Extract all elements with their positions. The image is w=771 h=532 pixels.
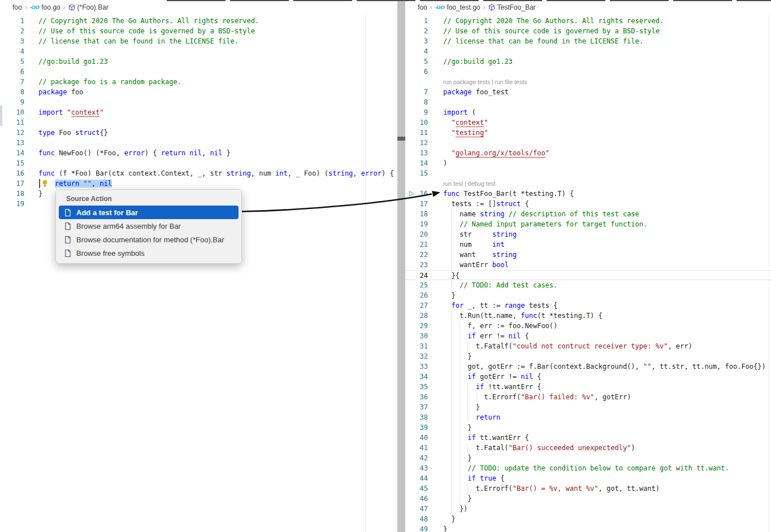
code-line: 7// package foo is a random package. <box>0 77 397 87</box>
file-icon <box>64 236 71 244</box>
line-number: 21 <box>405 239 428 250</box>
code-text[interactable]: "testing" <box>443 128 488 138</box>
code-text[interactable]: t.Run(tt.name, func(t *testing.T) { <box>443 311 603 321</box>
code-text[interactable]: } <box>443 494 472 504</box>
breadcrumb-item-symbol[interactable]: TestFoo_Bar <box>488 3 536 11</box>
code-text[interactable]: // license that can be found in the LICE… <box>443 36 643 46</box>
right-editor-code: 1// Copyright 2020 The Go Authors. All r… <box>405 14 771 532</box>
run-test-icon[interactable] <box>408 190 415 198</box>
code-token: error <box>361 169 382 177</box>
code-token: nil <box>99 180 112 187</box>
breadcrumb-item-symbol[interactable]: (*Foo).Bar <box>68 3 109 11</box>
code-token <box>504 210 508 218</box>
code-token: string <box>328 169 353 177</box>
code-text[interactable]: func TestFoo_Bar(t *testing.T) { <box>443 189 574 199</box>
code-text[interactable]: } <box>443 402 480 412</box>
editor-split-sash[interactable] <box>397 0 405 532</box>
codelens-link[interactable]: run test <box>443 180 463 187</box>
breadcrumb-item-file[interactable]: -GO foo.go <box>30 3 60 11</box>
codelens-link[interactable]: run package tests <box>443 79 490 85</box>
code-text[interactable]: str string <box>443 229 517 239</box>
code-line: 41 t.Fatal("Bar() succeeded unexpectedly… <box>405 443 771 453</box>
line-number: 18 <box>405 209 428 219</box>
line-number: 29 <box>405 321 428 331</box>
code-text[interactable]: type Foo struct{} <box>38 128 108 138</box>
breadcrumb-item-file[interactable]: -GO foo_test.go <box>435 3 480 11</box>
code-text[interactable]: //go:build go1.23 <box>38 56 108 67</box>
code-text[interactable]: // Use of this source code is governed b… <box>38 26 255 36</box>
code-text[interactable]: } <box>443 524 447 532</box>
code-token: } <box>443 403 480 411</box>
line-number: 19 <box>0 199 24 209</box>
code-text[interactable]: // Copyright 2020 The Go Authors. All ri… <box>443 16 664 26</box>
breadcrumb-item-folder[interactable]: foo <box>12 3 22 11</box>
line-number: 26 <box>405 290 428 300</box>
chevron-right-icon: › <box>63 3 66 11</box>
code-text[interactable]: t.Fatalf("could not contruct receiver ty… <box>443 341 692 351</box>
code-text[interactable]: } <box>443 290 456 300</box>
code-text[interactable]: // Use of this source code is governed b… <box>443 26 660 36</box>
code-text[interactable]: package foo <box>38 87 83 97</box>
line-number: 17 <box>0 178 24 189</box>
code-text[interactable]: f, err := foo.NewFoo() <box>443 321 557 331</box>
code-text[interactable]: // license that can be found in the LICE… <box>38 36 239 46</box>
code-text[interactable]: ) <box>443 158 447 168</box>
code-text[interactable]: // Named input parameters for target fun… <box>443 219 647 229</box>
code-text[interactable]: name string // description of this test … <box>443 209 639 219</box>
code-text[interactable]: t.Errorf("Bar() = %v, want %v", got, tt.… <box>443 483 660 494</box>
code-text[interactable]: // TODO: Add test cases. <box>443 280 557 290</box>
code-text[interactable]: if gotErr != nil { <box>443 372 541 382</box>
code-text[interactable]: import "context" <box>38 107 104 117</box>
code-text[interactable]: "context" <box>443 117 488 128</box>
code-text[interactable]: tests := []struct { <box>443 199 529 209</box>
code-text[interactable]: if err != nil { <box>443 331 529 341</box>
menu-item-browse-free-symbols[interactable]: Browse free symbols <box>59 246 239 260</box>
line-number: 44 <box>405 473 428 483</box>
code-token: } <box>443 515 456 523</box>
code-text[interactable]: package foo_test <box>443 87 509 97</box>
codelens-link[interactable]: debug test <box>468 180 496 187</box>
code-token: context <box>456 119 484 127</box>
code-text[interactable]: // Copyright 2020 The Go Authors. All ri… <box>38 16 259 26</box>
code-text[interactable]: if true { <box>443 473 504 483</box>
code-text[interactable]: t.Errorf("Bar() failed: %v", gotErr) <box>443 392 631 402</box>
code-text[interactable]: want string <box>443 250 517 260</box>
code-text[interactable]: wantErr bool <box>443 260 509 270</box>
code-text[interactable]: } <box>38 189 42 199</box>
code-text[interactable]: } <box>443 351 472 361</box>
code-text[interactable]: func NewFoo() (*Foo, error) { return nil… <box>38 148 231 158</box>
code-text[interactable]: import ( <box>443 107 476 117</box>
code-text[interactable]: func (f *Foo) Bar(ctx context.Context, _… <box>38 168 394 178</box>
code-text[interactable]: num int <box>443 239 504 250</box>
code-text[interactable]: if tt.wantErr { <box>443 433 529 443</box>
code-text[interactable]: // package foo is a random package. <box>38 77 181 87</box>
code-text[interactable]: if !tt.wantErr { <box>443 382 541 392</box>
code-text[interactable]: // TODO: update the condition below to c… <box>443 463 729 473</box>
code-text[interactable]: return "", nil <box>38 178 112 189</box>
code-text[interactable]: } <box>443 514 456 524</box>
code-text[interactable]: }{ <box>443 271 460 281</box>
code-text[interactable]: } <box>443 453 472 463</box>
codelens-link[interactable]: run file tests <box>495 79 527 85</box>
code-token: tests := [] <box>443 200 496 208</box>
sash-drag-handle[interactable] <box>397 137 405 141</box>
code-text[interactable]: //go:build go1.23 <box>443 56 513 67</box>
chevron-right-icon: › <box>25 3 27 11</box>
line-number: 18 <box>0 189 24 199</box>
line-number: 8 <box>405 97 428 107</box>
menu-item-browse-assembly[interactable]: Browse arm64 assembly for Bar <box>59 219 239 233</box>
line-number: 3 <box>0 36 24 46</box>
code-text[interactable]: }) <box>443 504 467 514</box>
code-line: 9 <box>0 97 397 107</box>
code-text[interactable]: got, gotErr := f.Bar(context.Background(… <box>443 361 766 372</box>
code-text[interactable]: "golang.org/x/tools/foo" <box>443 148 549 158</box>
menu-item-browse-documentation[interactable]: Browse documentation for method (*Foo).B… <box>59 233 239 246</box>
code-text[interactable]: t.Fatal("Bar() succeeded unexpectedly") <box>443 443 635 453</box>
line-number: 48 <box>405 514 428 524</box>
code-text[interactable]: } <box>443 422 472 433</box>
code-text[interactable]: return <box>443 412 500 422</box>
code-line: 24 }{ <box>405 270 771 280</box>
code-text[interactable]: for _, tt := range tests { <box>443 300 557 311</box>
breadcrumb-item-folder[interactable]: foo <box>418 3 427 11</box>
menu-item-add-test[interactable]: Add a test for Bar <box>59 206 239 219</box>
